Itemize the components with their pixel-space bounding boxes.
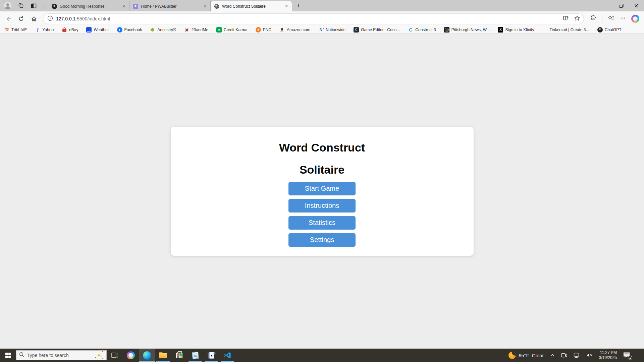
taskbar-search[interactable]: ✦✦ bbox=[16, 350, 107, 360]
bookmark-game-editor[interactable]: C Game Editor - Cons... bbox=[354, 27, 400, 33]
start-game-button[interactable]: Start Game bbox=[288, 182, 356, 195]
tab-title: Word Construct Solitaire bbox=[222, 4, 281, 9]
bookmark-ebay[interactable]: eBay bbox=[62, 27, 78, 33]
site-info-icon[interactable] bbox=[47, 15, 53, 22]
weather-condition: Clear bbox=[532, 353, 544, 358]
bookmarks-bar: TRIBLIVE TribLIVE ! Yahoo eBay Weather f… bbox=[0, 26, 644, 34]
bookmark-label: PNC bbox=[263, 27, 271, 32]
bookmark-label: Ancestry® bbox=[157, 27, 176, 32]
tab-good-morning-response[interactable]: * Good Morning Response ✕ bbox=[48, 1, 129, 11]
favorite-star-icon[interactable] bbox=[574, 15, 580, 23]
taskbar-notepad-button[interactable] bbox=[187, 349, 203, 362]
bookmark-chatgpt[interactable]: * ChatGPT bbox=[597, 27, 622, 33]
url-text: 127.0.0.1:5500/index.html bbox=[56, 16, 563, 21]
copilot-icon bbox=[127, 351, 135, 359]
settings-menu-icon[interactable] bbox=[620, 15, 626, 22]
taskbar-edge-button[interactable] bbox=[139, 349, 155, 362]
profile-avatar[interactable] bbox=[4, 2, 11, 9]
workspaces-icon[interactable] bbox=[18, 3, 24, 9]
tab-close-icon[interactable]: ✕ bbox=[284, 4, 289, 9]
clock-time: 11:27 PM bbox=[599, 350, 617, 355]
bookmark-label: Pittsburgh News, W... bbox=[451, 27, 490, 32]
bookmark-label: ChatGPT bbox=[605, 27, 622, 32]
taskbar-store-button[interactable] bbox=[171, 349, 187, 362]
bookmark-credit-karma[interactable]: ck Credit Karma bbox=[216, 27, 248, 33]
credit-karma-icon: ck bbox=[216, 27, 222, 33]
tab-close-icon[interactable]: ✕ bbox=[121, 4, 126, 9]
refresh-button[interactable] bbox=[15, 13, 27, 24]
tab-actions-icon[interactable] bbox=[31, 3, 37, 9]
action-center-button[interactable]: 1 bbox=[623, 352, 631, 359]
game-menu-card: Word Construct Solitaire Start Game Inst… bbox=[171, 127, 474, 256]
back-button[interactable] bbox=[3, 13, 14, 24]
clock-date: 3/19/2025 bbox=[599, 355, 617, 360]
url-host: 127.0.0.1 bbox=[56, 16, 75, 21]
home-button[interactable] bbox=[28, 13, 40, 24]
bookmark-label: eBay bbox=[69, 27, 78, 32]
notification-badge: 1 bbox=[628, 356, 632, 360]
bookmark-pittsburgh-news[interactable]: Pittsburgh News, W... bbox=[444, 27, 490, 33]
taskbar-file-explorer-button[interactable] bbox=[155, 349, 171, 362]
bookmark-yahoo[interactable]: ! Yahoo bbox=[35, 27, 54, 33]
taskbar-copilot-button[interactable] bbox=[123, 349, 139, 362]
window-minimize-button[interactable] bbox=[598, 0, 613, 11]
bookmark-facebook[interactable]: f Facebook bbox=[117, 27, 142, 33]
bookmark-label: Tinkercad | Create 3... bbox=[549, 27, 589, 32]
copilot-icon[interactable] bbox=[631, 15, 639, 23]
show-desktop-button[interactable] bbox=[639, 349, 641, 362]
bookmark-weather[interactable]: Weather bbox=[86, 27, 109, 33]
meet-now-icon[interactable] bbox=[561, 353, 568, 358]
bookmark-amazon[interactable]: a Amazon.com bbox=[279, 27, 310, 33]
bookmark-tinkercad[interactable]: Tinkercad | Create 3... bbox=[542, 27, 589, 33]
divider bbox=[602, 15, 602, 22]
task-view-button[interactable] bbox=[107, 349, 123, 362]
bookmark-label: TribLIVE bbox=[11, 27, 27, 32]
windows-logo-icon bbox=[5, 353, 11, 358]
taskbar-clock[interactable]: 11:27 PM 3/19/2025 bbox=[599, 350, 617, 360]
search-icon bbox=[19, 352, 24, 359]
card-game-icon: ♠+ bbox=[207, 351, 215, 359]
bookmark-construct3[interactable]: C Construct 3 bbox=[408, 27, 436, 33]
taskbar-vscode-button[interactable] bbox=[219, 349, 235, 362]
instructions-button[interactable]: Instructions bbox=[288, 199, 356, 213]
tab-word-construct-solitaire[interactable]: Word Construct Solitaire ✕ bbox=[211, 1, 292, 11]
weather-temp: 65°F bbox=[519, 353, 529, 358]
taskbar-solitaire-button[interactable]: ♠+ bbox=[203, 349, 219, 362]
extensions-icon[interactable] bbox=[590, 15, 597, 23]
chatgpt-icon: * bbox=[597, 27, 603, 33]
tab-pwabuilder[interactable]: P Home / PWABuilder ✕ bbox=[129, 1, 211, 11]
bookmark-ancestry[interactable]: Ancestry® bbox=[150, 27, 176, 33]
taskbar-weather[interactable]: 65°F Clear bbox=[508, 352, 544, 359]
page-body: Word Construct Solitaire Start Game Inst… bbox=[0, 34, 644, 349]
amazon-icon: a bbox=[279, 27, 285, 33]
split-screen-icon[interactable] bbox=[563, 15, 569, 23]
triblive-icon: TRIBLIVE bbox=[4, 27, 9, 33]
volume-muted-icon[interactable] bbox=[586, 353, 593, 358]
favorites-list-icon[interactable] bbox=[608, 15, 614, 23]
browser-tab-strip: * Good Morning Response ✕ P Home / PWABu… bbox=[0, 0, 644, 11]
tab-title: Good Morning Response bbox=[60, 4, 118, 9]
window-close-button[interactable]: ✕ bbox=[629, 0, 644, 11]
bookmark-triblive[interactable]: TRIBLIVE TribLIVE bbox=[4, 27, 27, 33]
bookmark-label: Weather bbox=[94, 27, 109, 32]
edge-icon bbox=[143, 351, 151, 360]
statistics-button[interactable]: Statistics bbox=[288, 216, 356, 230]
bookmark-label: Game Editor - Cons... bbox=[361, 27, 400, 32]
bookmark-23andme[interactable]: 23andMe bbox=[184, 27, 208, 33]
chatgpt-favicon: * bbox=[52, 4, 57, 9]
bookmark-pnc[interactable]: PNC bbox=[256, 27, 271, 33]
tab-close-icon[interactable]: ✕ bbox=[202, 4, 208, 9]
window-restore-button[interactable] bbox=[613, 0, 629, 11]
hidden-icons-chevron[interactable] bbox=[550, 354, 555, 357]
nationwide-icon: N bbox=[318, 27, 324, 33]
bookmark-label: Sign in to Xfinity bbox=[505, 27, 534, 32]
start-button[interactable] bbox=[0, 349, 16, 362]
bookmark-nationwide[interactable]: N Nationwide bbox=[318, 27, 345, 33]
search-input[interactable] bbox=[27, 353, 92, 358]
weather-channel-icon bbox=[86, 27, 92, 33]
bookmark-xfinity[interactable]: X Sign in to Xfinity bbox=[498, 27, 534, 33]
address-bar[interactable]: 127.0.0.1:5500/index.html bbox=[43, 13, 584, 24]
settings-button[interactable]: Settings bbox=[288, 233, 356, 247]
new-tab-button[interactable]: + bbox=[294, 1, 303, 11]
network-icon[interactable] bbox=[574, 353, 580, 358]
